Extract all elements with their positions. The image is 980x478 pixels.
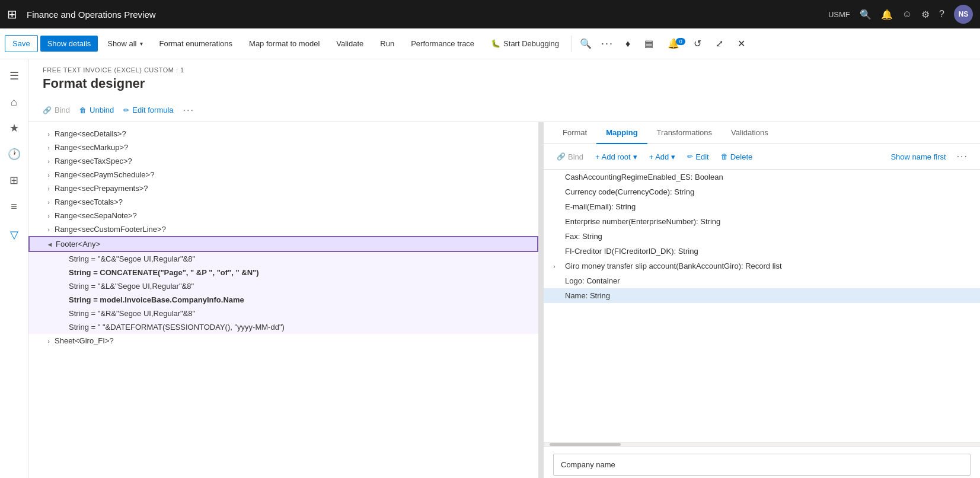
show-name-first-button[interactable]: Show name first: [887, 150, 949, 164]
format-enumerations-button[interactable]: Format enumerations: [152, 36, 240, 52]
refresh-icon[interactable]: ↺: [688, 34, 707, 53]
tree-item[interactable]: ›Sheet<Giro_FI>?: [28, 334, 538, 348]
bind-button[interactable]: 🔗 Bind: [43, 103, 70, 117]
unbind-button[interactable]: 🗑 Unbind: [79, 103, 114, 117]
breadcrumb: FREE TEXT INVOICE (EXCEL) CUSTOM : 1: [43, 66, 966, 74]
toolbar-more-icon[interactable]: ···: [598, 34, 617, 53]
tree-label: Range<secTotals>?: [55, 197, 538, 206]
topbar: ⊞ Finance and Operations Preview USMF 🔍 …: [0, 0, 980, 28]
filter-icon[interactable]: ▽: [2, 223, 26, 247]
tree-item[interactable]: String = "&R&"Segoe UI,Regular"&8": [28, 307, 538, 320]
tree-label: Range<secMarkup>?: [55, 143, 538, 152]
tree-item[interactable]: ◄Footer<Any>: [28, 236, 538, 252]
run-button[interactable]: Run: [373, 36, 401, 52]
mapping-item[interactable]: CashAccountingRegimeEnabled_ES: Boolean: [544, 170, 980, 184]
tree-item[interactable]: String = "&C&"Segoe UI,Regular"&8": [28, 252, 538, 266]
tree-item[interactable]: String = model.InvoiceBase.CompanyInfo.N…: [28, 293, 538, 307]
tree-label: String = " "&DATEFORMAT(SESSIONTODAY(), …: [69, 323, 538, 332]
popout-icon[interactable]: ⤢: [710, 34, 729, 53]
right-bind-button[interactable]: 🔗 Bind: [553, 150, 587, 164]
mapping-item[interactable]: Fax: String: [544, 229, 980, 244]
tree-item[interactable]: ›Range<secSepaNote>?: [28, 209, 538, 222]
tree-label: String = model.InvoiceBase.CompanyInfo.N…: [69, 295, 538, 304]
tab-format[interactable]: Format: [553, 122, 596, 144]
toolbar-favorites-icon[interactable]: ♦: [620, 35, 636, 53]
tree-item[interactable]: ›Range<secDetails>?: [28, 127, 538, 141]
nav-favorites-icon[interactable]: ★: [2, 116, 26, 140]
tree-item[interactable]: ›Range<secCustomFooterLine>?: [28, 222, 538, 236]
tree-item[interactable]: ›Range<secTotals>?: [28, 195, 538, 209]
tree-label: String = CONCATENATE("Page", " &P ", "of…: [69, 268, 538, 277]
add-root-button[interactable]: + Add root ▾: [592, 150, 641, 164]
mapping-item[interactable]: Enterprise number(EnterpriseNumber): Str…: [544, 214, 980, 229]
tree-item[interactable]: ›Range<secMarkup>?: [28, 141, 538, 154]
mapping-label: Fax: String: [565, 232, 971, 241]
close-icon[interactable]: ✕: [732, 34, 751, 53]
toolbar-divider: [571, 36, 572, 52]
toolbar-search-icon[interactable]: 🔍: [576, 34, 595, 53]
mapping-item[interactable]: Logo: Container: [544, 273, 980, 288]
tree-item[interactable]: String = " "&DATEFORMAT(SESSIONTODAY(), …: [28, 320, 538, 334]
map-format-button[interactable]: Map format to model: [242, 36, 327, 52]
mapping-item[interactable]: Name: String: [544, 288, 980, 303]
delete-button[interactable]: 🗑 Delete: [717, 150, 756, 164]
add-root-chevron-icon: ▾: [633, 152, 637, 161]
search-icon[interactable]: 🔍: [860, 9, 872, 20]
gear-icon[interactable]: ⚙: [921, 9, 930, 20]
mapping-label: Giro money transfer slip account(BankAcc…: [565, 262, 971, 270]
tree-item[interactable]: ›Range<secTaxSpec>?: [28, 154, 538, 168]
bell-icon[interactable]: 🔔: [881, 9, 893, 20]
splitter[interactable]: [538, 122, 543, 478]
toolbar-layout-icon[interactable]: ▤: [639, 34, 659, 53]
help-icon[interactable]: ?: [939, 9, 944, 20]
tree-item[interactable]: ›Range<secPrepayments>?: [28, 181, 538, 195]
nav-workspaces-icon[interactable]: ⊞: [2, 168, 26, 192]
add-button[interactable]: + Add ▾: [646, 150, 679, 164]
tab-validations[interactable]: Validations: [722, 122, 778, 144]
nav-recent-icon[interactable]: 🕐: [2, 142, 26, 166]
chevron-down-icon: ▾: [140, 40, 143, 47]
smiley-icon[interactable]: ☺: [902, 9, 912, 20]
topbar-right: USMF 🔍 🔔 ☺ ⚙ ? NS: [828, 5, 973, 24]
tab-mapping[interactable]: Mapping: [596, 122, 647, 144]
grid-icon[interactable]: ⊞: [7, 7, 17, 21]
mapping-label: CashAccountingRegimeEnabled_ES: Boolean: [565, 173, 971, 181]
action-bar: 🔗 Bind 🗑 Unbind ✏ Edit formula ···: [28, 98, 980, 122]
mapping-item[interactable]: E-mail(Email): String: [544, 199, 980, 214]
add-chevron-icon: ▾: [671, 152, 675, 161]
validate-button[interactable]: Validate: [329, 36, 371, 52]
tab-transformations[interactable]: Transformations: [647, 122, 722, 144]
show-all-button[interactable]: Show all ▾: [100, 36, 149, 52]
start-debugging-button[interactable]: 🐛 Start Debugging: [484, 36, 566, 52]
edit-button[interactable]: ✏ Edit: [684, 150, 712, 164]
action-more-icon[interactable]: ···: [183, 105, 194, 116]
right-more-icon[interactable]: ···: [955, 149, 971, 164]
tree-scroll[interactable]: ›Range<secDetails>?›Range<secMarkup>?›Ra…: [28, 122, 538, 478]
performance-trace-button[interactable]: Performance trace: [404, 36, 481, 52]
mapping-item[interactable]: ›Giro money transfer slip account(BankAc…: [544, 259, 980, 273]
mapping-caret-icon: ›: [553, 263, 565, 270]
tree-caret-icon: ›: [43, 130, 55, 138]
mapping-label: FI-Creditor ID(FICreditorID_DK): String: [565, 247, 971, 256]
avatar[interactable]: NS: [954, 5, 973, 24]
mapping-item[interactable]: Currency code(CurrencyCode): String: [544, 184, 980, 199]
nav-menu-icon[interactable]: ☰: [2, 64, 26, 88]
save-button[interactable]: Save: [5, 35, 38, 52]
right-panel: Format Mapping Transformations Validatio…: [543, 122, 980, 478]
show-details-button[interactable]: Show details: [40, 36, 98, 52]
tree-label: Footer<Any>: [56, 240, 537, 248]
mapping-label: Logo: Container: [565, 276, 971, 285]
nav-home-icon[interactable]: ⌂: [2, 90, 26, 114]
delete-trash-icon: 🗑: [721, 152, 728, 161]
tree-item[interactable]: String = CONCATENATE("Page", " &P ", "of…: [28, 266, 538, 279]
tree-item[interactable]: ›Range<secPaymSchedule>?: [28, 168, 538, 181]
main-content: FREE TEXT INVOICE (EXCEL) CUSTOM : 1 For…: [28, 59, 980, 478]
mapping-item[interactable]: FI-Creditor ID(FICreditorID_DK): String: [544, 244, 980, 259]
edit-formula-button[interactable]: ✏ Edit formula: [123, 103, 173, 117]
nav-modules-icon[interactable]: ≡: [2, 195, 26, 218]
tree-item[interactable]: String = "&L&"Segoe UI,Regular"&8": [28, 279, 538, 293]
tree-label: Range<secTaxSpec>?: [55, 157, 538, 165]
mapping-scroll[interactable]: CashAccountingRegimeEnabled_ES: BooleanC…: [544, 170, 980, 442]
tree-caret-icon: ›: [43, 171, 55, 179]
tree-panel: ›Range<secDetails>?›Range<secMarkup>?›Ra…: [28, 122, 538, 478]
